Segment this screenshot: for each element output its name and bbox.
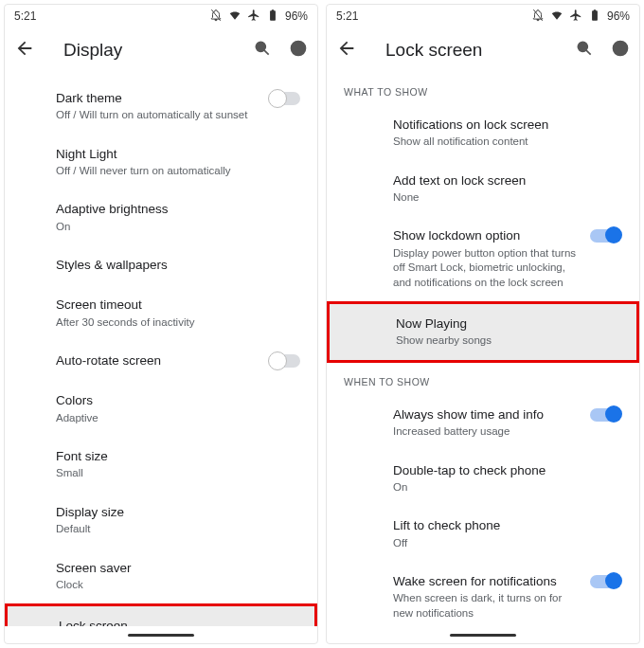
row-subtext: Off <box>393 536 626 551</box>
svg-point-7 <box>619 52 620 53</box>
help-icon[interactable] <box>611 39 630 62</box>
phone-lockscreen-settings: 5:21 96% Lock screen What to showNotific… <box>326 4 640 644</box>
row-subtext: Adaptive <box>56 411 306 426</box>
appbar: Display <box>5 27 317 73</box>
dnd-icon <box>531 9 545 25</box>
row-subtext: Clock <box>56 578 306 593</box>
section-header-when: When to show <box>327 363 639 395</box>
settings-row[interactable]: Night LightOff / Will never turn on auto… <box>5 135 317 190</box>
airplane-icon <box>569 9 582 25</box>
nav-gesture-hint <box>327 626 639 643</box>
row-label: Font size <box>56 448 306 465</box>
wifi-icon <box>228 9 242 25</box>
settings-list[interactable]: What to showNotifications on lock screen… <box>327 73 639 626</box>
toggle-switch[interactable] <box>270 354 300 368</box>
row-subtext: None <box>393 190 626 206</box>
svg-line-5 <box>586 50 591 55</box>
svg-point-4 <box>578 42 587 51</box>
help-icon[interactable] <box>289 39 308 62</box>
row-subtext: After 30 seconds of inactivity <box>56 315 306 331</box>
settings-row[interactable]: Font sizeSmall <box>5 437 317 493</box>
page-title: Display <box>63 40 238 61</box>
settings-row[interactable]: Add text on lock screenNone <box>327 161 639 217</box>
row-label: Screen saver <box>56 560 306 577</box>
row-label: Auto-rotate screen <box>56 352 262 369</box>
search-icon[interactable] <box>253 39 272 62</box>
status-time: 5:21 <box>336 9 358 23</box>
row-subtext: Show all notification content <box>393 135 626 150</box>
nav-gesture-hint <box>5 626 317 643</box>
row-label: Adaptive brightness <box>56 201 306 218</box>
settings-row[interactable]: Lock screenShow all notification content <box>5 603 317 626</box>
settings-row[interactable]: Always show time and infoIncreased batte… <box>327 395 639 451</box>
page-title: Lock screen <box>385 40 560 61</box>
row-label: Now Playing <box>396 315 623 333</box>
settings-row[interactable]: Adaptive brightnessOn <box>5 189 317 245</box>
settings-row[interactable]: Show lockdown optionDisplay power button… <box>327 216 639 301</box>
status-icons: 96% <box>209 9 308 25</box>
row-subtext: Display power button option that turns o… <box>393 246 582 291</box>
dnd-icon <box>209 9 223 25</box>
row-subtext: On <box>393 480 626 495</box>
statusbar: 5:21 96% <box>327 5 639 27</box>
settings-row[interactable]: Styles & wallpapers <box>5 245 317 285</box>
battery-percent: 96% <box>607 9 630 23</box>
row-label: Lift to check phone <box>393 517 626 534</box>
row-label: Night Light <box>56 146 306 163</box>
settings-row[interactable]: Dark themeOff / Will turn on automatical… <box>5 73 317 135</box>
settings-row[interactable]: Notifications on lock screenShow all not… <box>327 105 639 161</box>
status-time: 5:21 <box>14 9 36 23</box>
row-label: Styles & wallpapers <box>56 257 306 274</box>
row-label: Always show time and info <box>393 406 582 423</box>
airplane-icon <box>247 9 260 25</box>
settings-row[interactable]: ColorsAdaptive <box>5 381 317 437</box>
section-header-what: What to show <box>327 73 639 105</box>
row-subtext: Show nearby songs <box>396 333 623 349</box>
row-label: Show lockdown option <box>393 227 582 244</box>
toggle-switch[interactable] <box>590 229 620 243</box>
svg-line-1 <box>264 50 269 55</box>
status-icons: 96% <box>531 9 630 25</box>
back-button[interactable] <box>14 38 35 63</box>
row-label: Display size <box>56 504 306 521</box>
settings-row[interactable]: Lift to check phoneOff <box>327 506 639 562</box>
row-subtext: When screen is dark, it turns on for new… <box>393 591 582 621</box>
row-label: Wake screen for notifications <box>393 573 582 590</box>
row-label: Colors <box>56 392 306 409</box>
appbar: Lock screen <box>327 27 639 73</box>
row-label: Double-tap to check phone <box>393 462 626 479</box>
settings-row[interactable]: Double-tap to check phoneOn <box>327 451 639 507</box>
row-label: Dark theme <box>56 90 262 107</box>
toggle-switch[interactable] <box>590 575 620 588</box>
row-label: Add text on lock screen <box>393 172 626 189</box>
settings-row[interactable]: Screen timeoutAfter 30 seconds of inacti… <box>5 285 317 341</box>
svg-point-3 <box>297 52 298 53</box>
row-label: Screen timeout <box>56 297 306 314</box>
settings-row[interactable]: Now PlayingShow nearby songs <box>327 301 639 363</box>
toggle-switch[interactable] <box>590 408 620 422</box>
statusbar: 5:21 96% <box>5 5 317 27</box>
back-button[interactable] <box>336 38 357 63</box>
phone-display-settings: 5:21 96% Display Dark themeOff / Will tu… <box>4 4 318 644</box>
settings-row[interactable]: Screen saverClock <box>5 549 317 604</box>
row-subtext: Small <box>56 466 306 481</box>
wifi-icon <box>550 9 564 25</box>
battery-percent: 96% <box>285 9 308 23</box>
row-subtext: Off / Will turn on automatically at suns… <box>56 108 262 123</box>
settings-row[interactable]: Wake screen for notificationsWhen screen… <box>327 562 639 626</box>
toggle-switch[interactable] <box>270 92 300 105</box>
settings-list[interactable]: Dark themeOff / Will turn on automatical… <box>5 73 317 626</box>
battery-icon <box>266 9 279 25</box>
battery-icon <box>588 9 601 25</box>
search-icon[interactable] <box>575 39 594 62</box>
row-subtext: Off / Will never turn on automatically <box>56 164 306 179</box>
row-label: Lock screen <box>59 618 303 626</box>
row-subtext: On <box>56 220 306 235</box>
row-subtext: Default <box>56 522 306 537</box>
row-subtext: Increased battery usage <box>393 424 582 440</box>
svg-point-0 <box>256 42 265 51</box>
row-label: Notifications on lock screen <box>393 117 626 134</box>
settings-row[interactable]: Display sizeDefault <box>5 493 317 549</box>
settings-row[interactable]: Auto-rotate screen <box>5 341 317 381</box>
